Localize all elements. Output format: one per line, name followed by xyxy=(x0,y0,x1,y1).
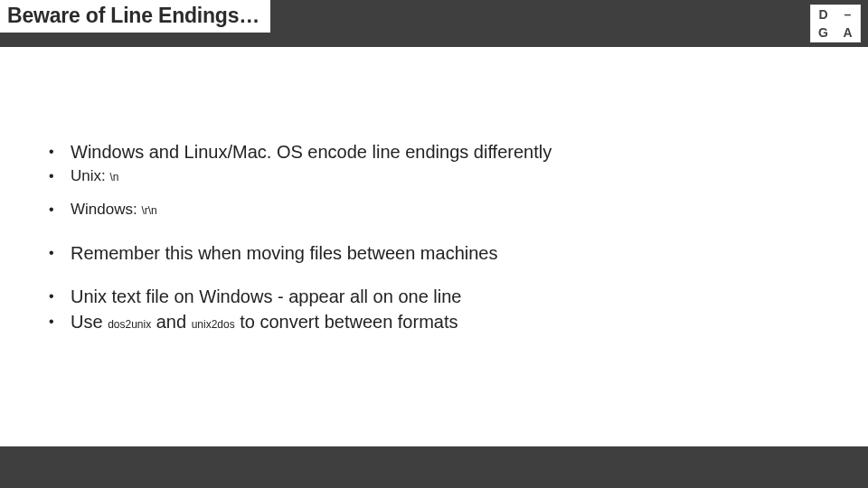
bullet-item: Windows and Linux/Mac. OS encode line en… xyxy=(42,140,819,164)
bullet-text: to convert between formats xyxy=(235,312,458,332)
bullet-text: Windows: xyxy=(71,201,141,218)
bullet-text: Unix: xyxy=(71,167,109,184)
code-text: \n xyxy=(109,171,118,183)
bullet-text: and xyxy=(151,312,191,332)
logo-cell-a: A xyxy=(843,26,852,39)
logo-cell-d: D xyxy=(818,8,827,21)
bullet-list: Windows and Linux/Mac. OS encode line en… xyxy=(42,140,819,336)
bullet-item: Use dos2unix and unix2dos to convert bet… xyxy=(42,310,819,336)
brand-logo: D – G A xyxy=(810,5,861,42)
logo-cell-g: G xyxy=(818,26,828,39)
code-text: dos2unix xyxy=(108,318,151,331)
slide-title: Beware of Line Endings… xyxy=(7,2,259,29)
slide-body: Windows and Linux/Mac. OS encode line en… xyxy=(42,140,819,336)
header-bar: Beware of Line Endings… D – G A xyxy=(0,0,868,47)
bullet-item: Unix: \n xyxy=(42,165,819,188)
code-text: \r\n xyxy=(141,204,156,217)
footer-bar xyxy=(0,446,868,488)
bullet-item: Windows: \r\n xyxy=(42,199,819,221)
bullet-text: Use xyxy=(71,312,108,332)
bullet-item: Unix text file on Windows - appear all o… xyxy=(42,285,819,308)
logo-cell-dash: – xyxy=(844,8,852,21)
slide: Beware of Line Endings… D – G A Windows … xyxy=(0,0,868,488)
title-wrap: Beware of Line Endings… xyxy=(0,0,270,33)
bullet-item: Remember this when moving files between … xyxy=(42,241,819,265)
code-text: unix2dos xyxy=(192,318,235,331)
